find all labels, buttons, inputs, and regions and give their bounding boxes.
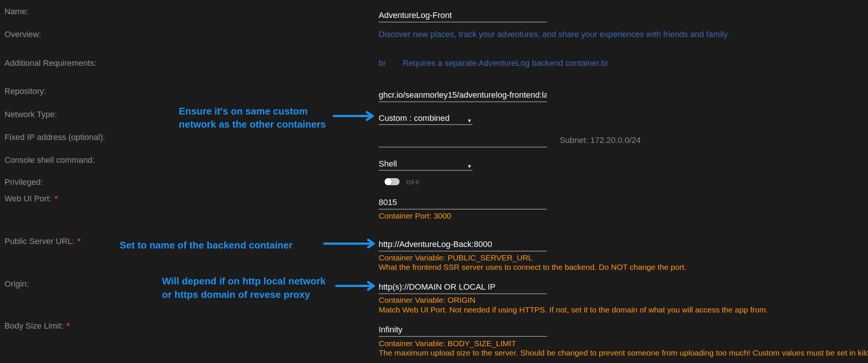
origin-input[interactable] <box>379 281 547 294</box>
required-asterisk: * <box>67 321 70 330</box>
origin-description-help: Match Web UI Port. Not needed if using H… <box>379 305 768 314</box>
origin-annotation: Will depend if on http local network or … <box>162 274 326 301</box>
overview-text: Discover new places, track your adventur… <box>379 30 729 39</box>
arrow-right-icon <box>333 111 375 121</box>
repository-label: Repository: <box>4 86 46 97</box>
annotation-line: or https domain of revese proxy <box>162 288 326 301</box>
annotation-line: Ensure it's on same custom <box>179 105 326 118</box>
web-ui-port-label-text: Web UI Port: <box>4 194 52 203</box>
public-server-url-annotation: Set to name of the backend container <box>120 239 293 252</box>
repository-input[interactable] <box>379 89 547 102</box>
additional-requirements-prefix: br <box>379 58 386 68</box>
public-server-url-label: Public Server URL:* <box>4 236 81 247</box>
toggle-knob <box>385 178 392 185</box>
additional-requirements-text: Requires a separate AdventureLog backend… <box>403 58 608 68</box>
annotation-line: Will depend if on http local network <box>162 274 326 288</box>
body-size-limit-label-text: Body Size Limit: <box>4 321 64 330</box>
annotation-line: network as the other containers <box>179 118 326 131</box>
origin-variable-help: Container Variable: ORIGIN <box>379 296 476 305</box>
console-shell-label: Console shell command: <box>4 155 95 166</box>
fixed-ip-input[interactable] <box>379 134 547 147</box>
arrow-right-icon <box>323 238 376 249</box>
name-label: Name: <box>4 6 29 17</box>
additional-requirements-label: Additional Requirements: <box>4 58 97 69</box>
body-size-limit-description-help: The maximum upload size to the server. S… <box>379 348 868 357</box>
privileged-toggle[interactable] <box>385 178 400 185</box>
network-type-label: Network Type: <box>4 109 57 120</box>
network-type-select[interactable]: Custom : combined ▼ <box>379 112 473 125</box>
origin-label: Origin: <box>4 278 29 290</box>
network-type-annotation: Ensure it's on same custom network as th… <box>179 105 326 131</box>
chevron-down-icon: ▼ <box>467 115 472 127</box>
body-size-limit-input[interactable] <box>379 323 547 337</box>
privileged-label: Privileged: <box>4 177 43 188</box>
network-type-value: Custom : combined <box>379 113 450 123</box>
public-server-url-input[interactable] <box>379 238 547 251</box>
web-ui-port-input[interactable] <box>379 196 547 210</box>
public-server-url-variable-help: Container Variable: PUBLIC_SERVER_URL <box>379 253 532 262</box>
web-ui-port-label: Web UI Port:* <box>4 193 58 204</box>
container-port-help: Container Port: 3000 <box>379 211 451 220</box>
container-settings-form: Name: Overview: Discover new places, tra… <box>0 0 868 363</box>
fixed-ip-label: Fixed IP address (optional): <box>4 132 105 143</box>
public-server-url-label-text: Public Server URL: <box>4 237 74 246</box>
overview-label: Overview: <box>4 29 41 40</box>
console-shell-select[interactable]: Shell ▼ <box>379 158 473 171</box>
arrow-right-icon <box>335 281 376 291</box>
console-shell-value: Shell <box>379 159 397 168</box>
required-asterisk: * <box>55 194 58 203</box>
public-server-url-description-help: What the frontend SSR server uses to con… <box>379 263 687 272</box>
chevron-down-icon: ▼ <box>467 161 472 173</box>
body-size-limit-variable-help: Container Variable: BODY_SIZE_LIMIT <box>379 339 516 348</box>
name-input[interactable] <box>379 9 547 22</box>
subnet-note: Subnet: 172.20.0.0/24 <box>560 135 641 145</box>
body-size-limit-label: Body Size Limit:* <box>4 320 70 332</box>
required-asterisk: * <box>77 237 81 246</box>
privileged-state-label: OFF <box>406 179 421 186</box>
